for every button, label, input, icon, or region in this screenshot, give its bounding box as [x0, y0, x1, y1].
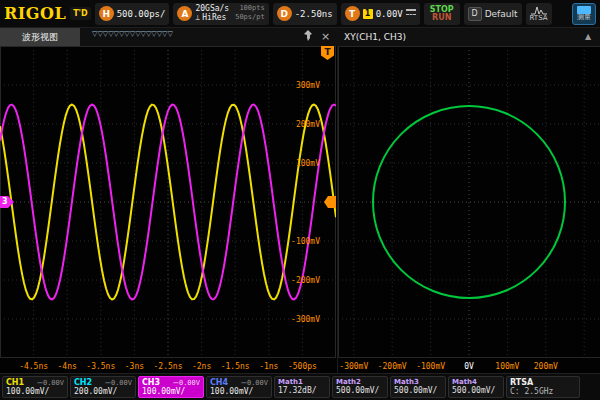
a-key-icon: A [177, 6, 192, 21]
math-box-math1[interactable]: Math117.32dB/ [274, 376, 330, 398]
channel-name: CH2 [74, 378, 92, 387]
ruler-icon [577, 6, 591, 14]
xy-axis-label: 0V [464, 362, 474, 371]
trigger-level-value: 0.00V [376, 9, 403, 19]
channel-offset: ⎓0.00V [37, 379, 64, 387]
channel-offset: ⎓0.00V [241, 379, 268, 387]
math-box-math2[interactable]: Math2500.00mV/ [332, 376, 388, 398]
trigger-status-badge: T'D [70, 7, 91, 20]
rtsa-name: RTSA [510, 378, 576, 387]
rtsa-box[interactable]: RTSAC: 2.5GHz [506, 376, 580, 398]
measure-button[interactable]: 测量 [572, 3, 596, 25]
xy-graticule [338, 46, 600, 358]
acquire-info: 20GSa/s 100pts ⊥HiRes 50ps/pt [195, 5, 264, 22]
default-label: Default [485, 9, 518, 19]
channel-box-ch1[interactable]: CH1⎓0.00V100.00mV/ [2, 376, 68, 398]
rtsa-label: RTSA [530, 15, 548, 22]
default-icon: D [468, 7, 482, 21]
channel-scale: 100.00mV/ [210, 387, 268, 396]
rigol-logo: RIGOL [4, 4, 66, 23]
tab-waveform-view[interactable]: 波形视图 [0, 28, 80, 46]
xy-axis-label: 100mV [495, 362, 519, 371]
pin-icon[interactable] [303, 30, 313, 46]
default-button[interactable]: D Default [464, 3, 522, 25]
time-per-point: 50ps/pt [235, 14, 265, 22]
measure-label: 测量 [577, 14, 591, 21]
channel-name: CH3 [142, 378, 160, 387]
delay-button[interactable]: D -2.50ns [273, 3, 337, 25]
close-icon[interactable]: × [321, 30, 330, 44]
xy-panel-title: XY(CH1, CH3) [344, 28, 406, 46]
rtsa-button[interactable]: RTSA [526, 3, 552, 25]
math-scale: 500.00mV/ [394, 386, 442, 395]
channel-name: CH4 [210, 378, 228, 387]
time-axis-label: -4ns [58, 362, 77, 371]
channel-name: CH1 [6, 378, 24, 387]
time-axis-label: -500ps [288, 362, 317, 371]
trigger-mark-icon: ▽ [167, 30, 172, 38]
trigger-button[interactable]: T 1 0.00V [341, 3, 420, 25]
time-axis-label: -3.5ns [86, 362, 115, 371]
math-box-math3[interactable]: Math3500.00mV/ [390, 376, 446, 398]
run-stop-button[interactable]: STOP RUN [424, 3, 460, 25]
xy-axis-label: -200mV [378, 362, 407, 371]
channel-box-ch3[interactable]: CH3⎓0.00V100.00mV/ [138, 376, 204, 398]
channel-scale: 100.00mV/ [6, 387, 64, 396]
xy-axis-label: 200mV [534, 362, 558, 371]
horizontal-scale-button[interactable]: H 500.00ps/ [95, 3, 170, 25]
xy-axis-label: -100mV [416, 362, 445, 371]
math-scale: 500.00mV/ [452, 386, 500, 395]
timebase-value: 500.00ps/ [117, 9, 166, 19]
status-bar: CH1⎓0.00V100.00mV/CH2⎓0.00V200.00mV/CH3⎓… [0, 373, 600, 400]
math-name: Math2 [336, 378, 384, 386]
oscilloscope-screen: RIGOL T'D H 500.00ps/ A 20GSa/s 100pts ⊥… [0, 0, 600, 400]
math-scale: 500.00mV/ [336, 386, 384, 395]
tab-waveform-label: 波形视图 [22, 31, 58, 44]
d-key-icon: D [277, 6, 292, 21]
h-key-icon: H [99, 6, 114, 21]
tab-row: 波形视图 ▽▽▽▽▽▽▽▽▽▽▽▽▽▽▽ × XY(CH1, CH3) ▲ [0, 28, 600, 46]
time-axis-label: -1.5ns [221, 362, 250, 371]
channel-offset: ⎓0.00V [105, 379, 132, 387]
math-name: Math1 [278, 378, 326, 386]
chevron-up-icon[interactable]: ▲ [585, 32, 591, 41]
channel-scale: 100.00mV/ [142, 387, 200, 396]
xy-axis-labels: -300mV-200mV-100mV0V100mV200mV [338, 358, 600, 373]
waveform-panel[interactable]: 300mV200mV100mV-100mV-200mV-300mV T 3 -4… [0, 46, 336, 373]
dc-coupling-icon [406, 9, 416, 18]
xy-panel[interactable]: -300mV-200mV-100mV0V100mV200mV [337, 46, 600, 373]
waveform-graticule [0, 46, 336, 358]
rtsa-center-freq: C: 2.5GHz [510, 387, 576, 396]
delay-value: -2.50ns [295, 9, 333, 19]
channel-offset: ⎓0.00V [173, 379, 200, 387]
time-axis-label: -4.5ns [19, 362, 48, 371]
hires-icon: ⊥ [195, 13, 200, 22]
math-name: Math3 [394, 378, 442, 386]
trigger-source-badge: 1 [363, 9, 373, 19]
channel-scale: 200.00mV/ [74, 387, 132, 396]
run-label: RUN [432, 14, 451, 22]
topbar: RIGOL T'D H 500.00ps/ A 20GSa/s 100pts ⊥… [0, 0, 600, 28]
acquire-button[interactable]: A 20GSa/s 100pts ⊥HiRes 50ps/pt [173, 3, 268, 25]
time-axis-label: -2ns [192, 362, 211, 371]
time-axis-label: -3ns [125, 362, 144, 371]
time-axis-labels: -4.5ns-4ns-3.5ns-3ns-2.5ns-2ns-1.5ns-1ns… [0, 358, 336, 373]
math-box-math4[interactable]: Math4500.00mV/ [448, 376, 504, 398]
math-scale: 17.32dB/ [278, 386, 326, 395]
t-key-icon: T [345, 6, 360, 21]
xy-axis-label: -300mV [339, 362, 368, 371]
channel-box-ch2[interactable]: CH2⎓0.00V200.00mV/ [70, 376, 136, 398]
channel-box-ch4[interactable]: CH4⎓0.00V100.00mV/ [206, 376, 272, 398]
trigger-event-marks: ▽▽▽▽▽▽▽▽▽▽▽▽▽▽▽ [92, 30, 173, 38]
time-axis-label: -1ns [259, 362, 278, 371]
acquisition-mode: HiRes [202, 13, 226, 22]
math-name: Math4 [452, 378, 500, 386]
time-axis-label: -2.5ns [154, 362, 183, 371]
